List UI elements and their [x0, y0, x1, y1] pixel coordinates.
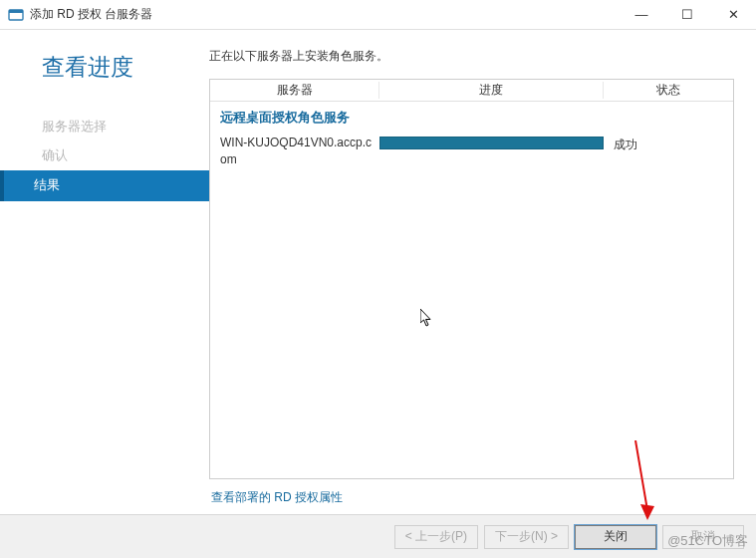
progress-bar — [379, 137, 604, 149]
titlebar: 添加 RD 授权 台服务器 — ☐ ✕ — [0, 0, 756, 30]
group-title: 远程桌面授权角色服务 — [210, 102, 733, 133]
col-header-progress: 进度 — [379, 82, 604, 99]
sidebar: 服务器选择 确认 结果 — [0, 95, 209, 201]
sidebar-item-result[interactable]: 结果 — [0, 170, 209, 201]
page-title: 查看进度 — [42, 52, 209, 83]
row-progress — [379, 135, 614, 149]
view-properties-link[interactable]: 查看部署的 RD 授权属性 — [209, 479, 734, 514]
col-header-server: 服务器 — [210, 82, 379, 99]
col-header-status: 状态 — [604, 82, 733, 99]
app-icon — [8, 7, 24, 23]
footer: < 上一步(P) 下一步(N) > 关闭 取消 — [0, 514, 756, 558]
sidebar-item-server-select: 服务器选择 — [0, 113, 209, 141]
row-status: 成功 — [614, 135, 733, 153]
next-button: 下一步(N) > — [484, 525, 569, 549]
intro-text: 正在以下服务器上安装角色服务。 — [209, 48, 734, 65]
prev-button: < 上一步(P) — [394, 525, 478, 549]
svg-rect-1 — [9, 10, 23, 13]
watermark: @51CTO博客 — [667, 532, 748, 550]
sidebar-item-confirm: 确认 — [0, 141, 209, 170]
table-row: WIN-KUJOQD41VN0.accp.com 成功 — [210, 133, 733, 172]
maximize-button[interactable]: ☐ — [664, 0, 710, 29]
close-button[interactable]: ✕ — [710, 0, 756, 29]
minimize-button[interactable]: — — [619, 0, 664, 29]
row-server-name: WIN-KUJOQD41VN0.accp.com — [220, 135, 379, 168]
close-action-button[interactable]: 关闭 — [575, 525, 656, 549]
table-header: 服务器 进度 状态 — [210, 80, 733, 102]
window-title: 添加 RD 授权 台服务器 — [30, 6, 152, 23]
progress-panel: 服务器 进度 状态 远程桌面授权角色服务 WIN-KUJOQD41VN0.acc… — [209, 79, 734, 479]
